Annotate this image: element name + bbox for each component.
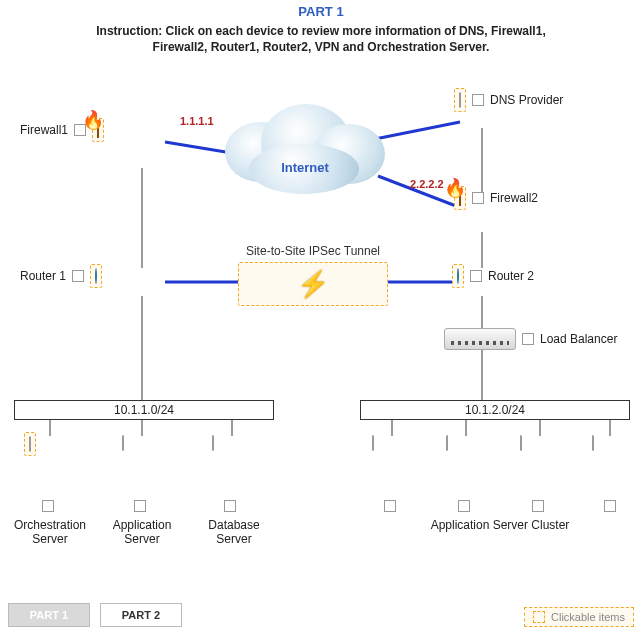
router-icon [95, 268, 97, 284]
orchestration-server-node[interactable] [24, 432, 36, 456]
cluster-server-2 [446, 436, 448, 450]
cluster-server-3 [520, 436, 522, 450]
db-label: Database Server [192, 518, 276, 546]
cluster-server-4 [592, 436, 594, 450]
legend-label: Clickable items [551, 611, 625, 623]
part1-button[interactable]: PART 1 [8, 603, 90, 627]
checkbox[interactable] [134, 500, 146, 512]
server-icon [29, 436, 31, 452]
subnet-right: 10.1.2.0/24 [360, 400, 630, 420]
vpn-tunnel[interactable]: ⚡ [238, 262, 388, 306]
firewall1-node[interactable]: 🔥 Firewall1 [20, 118, 104, 142]
ip-firewall1: 1.1.1.1 [180, 115, 214, 127]
legend-swatch [533, 611, 545, 623]
lightning-icon: ⚡ [297, 269, 329, 300]
server-icon [592, 435, 594, 451]
internet-cloud: Internet [225, 104, 385, 194]
firewall2-node[interactable]: 🔥 Firewall2 [454, 186, 538, 210]
load-balancer-node: Load Balancer [444, 328, 617, 350]
checkbox[interactable] [224, 500, 236, 512]
cluster-server-1 [372, 436, 374, 450]
checkbox[interactable] [42, 500, 54, 512]
instruction-text: Instruction: Click on each device to rev… [80, 24, 562, 55]
server-icon [212, 435, 214, 451]
checkbox[interactable] [472, 94, 484, 106]
checkbox[interactable] [384, 500, 396, 512]
firewall-icon: 🔥 [459, 190, 461, 206]
checkbox[interactable] [604, 500, 616, 512]
cloud-label: Internet [225, 160, 385, 175]
database-server-node [212, 436, 214, 450]
server-icon [122, 435, 124, 451]
router2-node[interactable]: Router 2 [452, 264, 534, 288]
checkbox[interactable] [72, 270, 84, 282]
checkbox[interactable] [458, 500, 470, 512]
legend-clickable: Clickable items [524, 607, 634, 627]
router1-node[interactable]: Router 1 [20, 264, 102, 288]
tunnel-label: Site-to-Site IPSec Tunnel [238, 244, 388, 258]
firewall2-label: Firewall2 [490, 191, 538, 205]
dns-label: DNS Provider [490, 93, 563, 107]
cluster-label: Application Server Cluster [380, 518, 620, 532]
app-label: Application Server [100, 518, 184, 546]
part2-button[interactable]: PART 2 [100, 603, 182, 627]
server-icon [372, 435, 374, 451]
part-title: PART 1 [0, 4, 642, 19]
orch-label: Orchestration Server [8, 518, 92, 546]
dns-node[interactable]: DNS Provider [454, 88, 563, 112]
checkbox[interactable] [522, 333, 534, 345]
application-server-node [122, 436, 124, 450]
checkbox[interactable] [472, 192, 484, 204]
firewall1-label: Firewall1 [20, 123, 68, 137]
lb-label: Load Balancer [540, 332, 617, 346]
server-icon [459, 92, 461, 108]
router2-label: Router 2 [488, 269, 534, 283]
router1-label: Router 1 [20, 269, 66, 283]
checkbox[interactable] [532, 500, 544, 512]
server-icon [446, 435, 448, 451]
ip-firewall2: 2.2.2.2 [410, 178, 444, 190]
server-icon [520, 435, 522, 451]
router-icon [457, 268, 459, 284]
firewall-icon: 🔥 [97, 122, 99, 138]
checkbox[interactable] [470, 270, 482, 282]
load-balancer-icon [444, 328, 516, 350]
subnet-left: 10.1.1.0/24 [14, 400, 274, 420]
